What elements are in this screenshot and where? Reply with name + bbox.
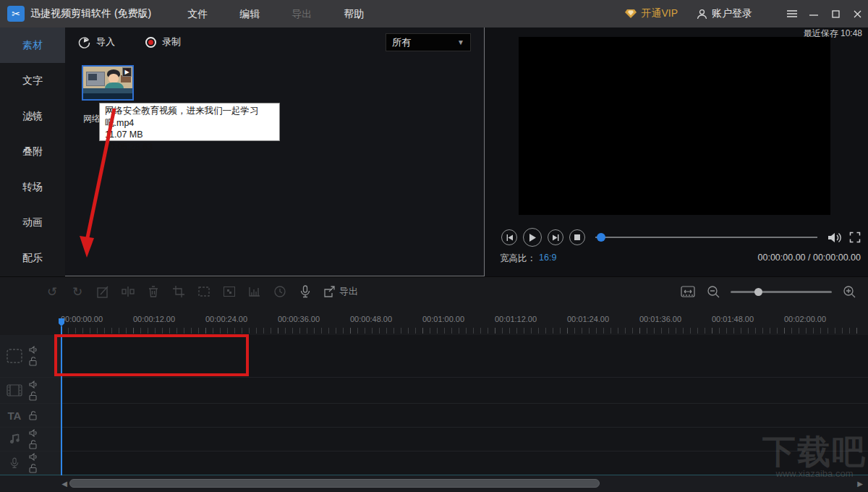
waveform-icon <box>249 287 260 297</box>
stop-icon <box>574 234 580 240</box>
mosaic-icon <box>224 287 235 297</box>
mute-track-icon[interactable] <box>29 453 38 461</box>
aspect-ratio-label: 宽高比： <box>500 253 536 265</box>
previous-frame-button[interactable] <box>501 229 517 245</box>
zoom-in-button[interactable] <box>842 284 856 299</box>
crop-button[interactable] <box>171 284 186 299</box>
voice-track[interactable] <box>0 451 868 475</box>
ruler-label: 00:01:12.00 <box>495 315 567 323</box>
record-voice-button[interactable] <box>298 284 312 299</box>
timecode-display: 00:00:00.00 / 00:00:00.00 <box>758 253 861 265</box>
volume-button[interactable] <box>827 232 842 244</box>
video-track-2-header <box>0 378 61 403</box>
mosaic-button[interactable] <box>222 284 237 299</box>
lock-track-icon[interactable] <box>29 357 38 366</box>
user-icon <box>697 9 707 20</box>
playback-progress-slider[interactable] <box>595 237 817 238</box>
video-track-2[interactable] <box>0 378 868 404</box>
sidebar-item-animation[interactable]: 动画 <box>0 205 65 240</box>
title-bar: ✂ 迅捷视频剪辑软件 (免费版) 文件 编辑 导出 帮助 开通VIP 账户登录 <box>0 0 868 27</box>
redo-button[interactable]: ↻ <box>70 284 85 299</box>
timeline-ruler[interactable]: 00:00:00.00 00:00:12.00 00:00:24.00 00:0… <box>0 306 868 335</box>
text-track[interactable]: TA <box>0 404 868 428</box>
fullscreen-button[interactable] <box>849 232 861 243</box>
split-button[interactable] <box>121 284 135 299</box>
scroll-right-icon[interactable]: ▶ <box>855 480 865 488</box>
film-strip-small-icon <box>7 384 22 396</box>
playhead-marker[interactable] <box>58 318 65 327</box>
undo-button[interactable]: ↺ <box>45 284 59 299</box>
lock-track-icon[interactable] <box>29 440 38 449</box>
record-button[interactable]: 录制 <box>145 35 181 48</box>
fit-timeline-icon <box>681 286 695 297</box>
timeline-section: ↺ ↻ <box>0 276 868 492</box>
media-clip-thumbnail[interactable]: ▶ <box>82 65 134 101</box>
play-badge-icon[interactable]: ▶ <box>122 67 132 77</box>
scroll-left-icon[interactable]: ◀ <box>59 480 69 488</box>
video-track-2-lane[interactable] <box>61 378 868 403</box>
menu-export[interactable]: 导出 <box>276 0 328 27</box>
diamond-icon <box>625 9 637 19</box>
menu-file[interactable]: 文件 <box>171 0 224 27</box>
play-button[interactable] <box>523 228 542 247</box>
video-track-1-header <box>0 335 61 377</box>
menu-help[interactable]: 帮助 <box>328 0 380 27</box>
timeline-scrollbar[interactable]: ◀ ▶ <box>0 475 868 491</box>
timeline-toolbar: ↺ ↻ <box>0 277 868 306</box>
music-note-icon <box>9 433 20 445</box>
music-track[interactable] <box>0 428 868 451</box>
lock-track-icon[interactable] <box>29 391 38 401</box>
export-icon <box>323 286 336 297</box>
edit-clip-button[interactable] <box>95 284 110 299</box>
dashed-box-icon <box>198 287 210 297</box>
sidebar-item-material[interactable]: 素材 <box>0 27 65 63</box>
left-sidebar: 素材 文字 滤镜 叠附 转场 动画 配乐 <box>0 27 65 276</box>
sidebar-item-music[interactable]: 配乐 <box>0 240 65 276</box>
volume-icon <box>827 232 842 244</box>
sidebar-item-transition[interactable]: 转场 <box>0 169 65 205</box>
selection-button[interactable] <box>197 284 211 299</box>
lock-track-icon[interactable] <box>29 411 38 420</box>
app-logo-icon: ✂ <box>7 6 25 22</box>
trash-icon <box>148 286 158 297</box>
text-track-lane[interactable] <box>61 404 868 427</box>
aspect-ratio-value[interactable]: 16:9 <box>539 253 556 265</box>
clock-icon <box>274 286 286 297</box>
next-frame-button[interactable] <box>548 229 563 245</box>
account-login-button[interactable]: 账户登录 <box>697 7 752 20</box>
stop-button[interactable] <box>569 229 585 245</box>
close-button[interactable] <box>846 0 868 27</box>
pip-track-icon <box>0 384 29 396</box>
progress-knob[interactable] <box>597 233 605 242</box>
sidebar-item-filter[interactable]: 滤镜 <box>0 98 65 134</box>
music-track-lane[interactable] <box>61 428 868 451</box>
maximize-button[interactable] <box>825 0 846 27</box>
zoom-slider-knob[interactable] <box>754 288 762 296</box>
sidebar-item-overlay[interactable]: 叠附 <box>0 134 65 169</box>
lock-track-icon[interactable] <box>29 464 38 473</box>
music-track-header <box>0 428 61 451</box>
mute-track-icon[interactable] <box>29 346 38 354</box>
import-button[interactable]: 导入 <box>78 35 115 48</box>
waveform-button[interactable] <box>247 284 262 299</box>
text-track-header: TA <box>0 404 61 427</box>
duration-button[interactable] <box>273 284 287 299</box>
media-filter-dropdown[interactable]: 所有 ▼ <box>386 33 471 51</box>
voice-track-lane[interactable] <box>61 451 868 475</box>
scrollbar-thumb[interactable] <box>69 479 600 488</box>
open-vip-button[interactable]: 开通VIP <box>625 7 678 20</box>
menu-edit[interactable]: 编辑 <box>224 0 276 27</box>
mute-track-icon[interactable] <box>29 429 38 437</box>
fit-timeline-button[interactable] <box>681 284 695 299</box>
zoom-out-button[interactable] <box>706 284 720 299</box>
timeline-zoom-slider[interactable] <box>731 291 832 293</box>
delete-button[interactable] <box>146 284 161 299</box>
voice-track-icon <box>0 457 29 469</box>
sidebar-item-text[interactable]: 文字 <box>0 63 65 98</box>
previous-frame-icon <box>506 234 513 241</box>
mute-track-icon[interactable] <box>29 381 38 389</box>
minimize-button[interactable] <box>803 0 825 27</box>
export-button[interactable]: 导出 <box>323 285 358 298</box>
hamburger-icon <box>787 10 797 17</box>
window-menu-button[interactable] <box>781 0 803 27</box>
